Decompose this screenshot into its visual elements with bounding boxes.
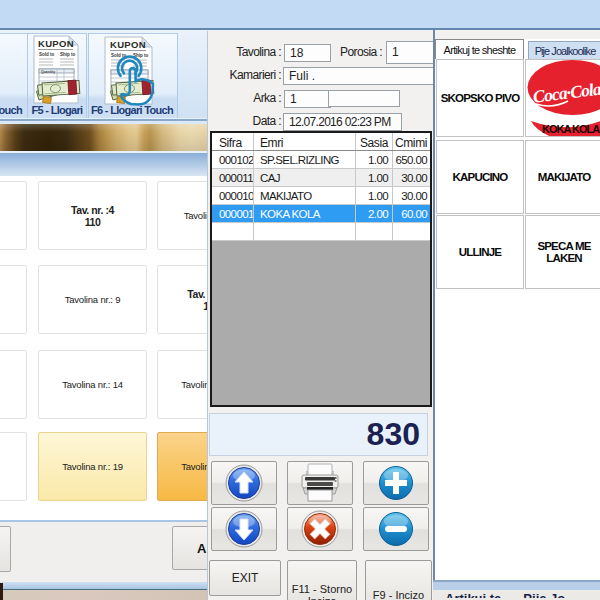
svg-text:KOKA KOLA: KOKA KOLA	[542, 123, 600, 135]
svg-text:Sold to: Sold to	[39, 52, 54, 57]
svg-text:Ship to: Ship to	[60, 52, 75, 57]
svg-text:KUPON: KUPON	[110, 39, 146, 50]
svg-text:Quantity: Quantity	[41, 70, 55, 74]
svg-text:KUPON: KUPON	[38, 38, 74, 49]
